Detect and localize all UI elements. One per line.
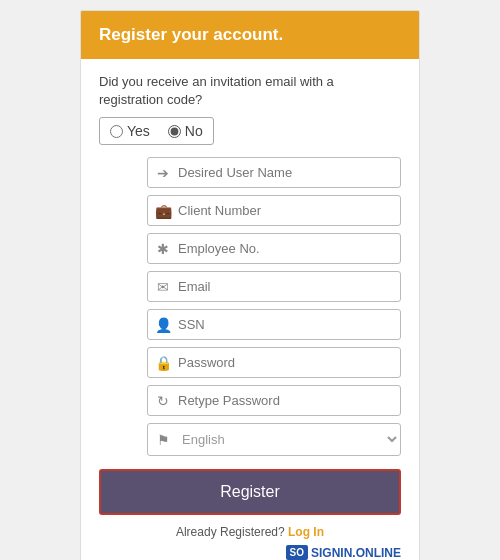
password-row-wrapper: 🔒 <box>99 347 401 378</box>
employeeno-input[interactable] <box>147 233 401 264</box>
login-link[interactable]: Log In <box>288 525 324 539</box>
clientnumber-arrow <box>80 195 89 217</box>
retype-password-field-row: ↻ <box>147 385 401 416</box>
footer-text: Already Registered? Log In <box>99 525 401 539</box>
no-radio-label[interactable]: No <box>168 123 203 139</box>
username-arrow <box>80 157 89 179</box>
password-input[interactable] <box>147 347 401 378</box>
retype-password-input[interactable] <box>147 385 401 416</box>
invite-radio-group: Yes No <box>99 117 214 145</box>
username-input[interactable] <box>147 157 401 188</box>
no-radio[interactable] <box>168 125 181 138</box>
email-field-row: ✉ <box>147 271 401 302</box>
clientnumber-row-wrapper: 💼 <box>99 195 401 226</box>
register-button[interactable]: Register <box>99 469 401 515</box>
employeeno-row-wrapper: ✱ <box>99 233 401 264</box>
username-row-wrapper: ➔ <box>99 157 401 188</box>
clientnumber-input[interactable] <box>147 195 401 226</box>
employeeno-arrow <box>80 233 89 255</box>
retype-password-arrow <box>80 385 89 407</box>
card-title: Register your account. <box>99 25 283 44</box>
yes-label: Yes <box>127 123 150 139</box>
card-body: Did you receive an invitation email with… <box>81 59 419 560</box>
brand-name: SIGNIN.ONLINE <box>311 546 401 560</box>
email-row-wrapper: ✉ <box>99 271 401 302</box>
username-field-row: ➔ <box>147 157 401 188</box>
retype-password-row-wrapper: ↻ <box>99 385 401 416</box>
yes-radio[interactable] <box>110 125 123 138</box>
language-arrow <box>80 423 89 445</box>
yes-radio-label[interactable]: Yes <box>110 123 150 139</box>
language-row-wrapper: ⚑ English Spanish French German <box>99 423 401 456</box>
employeeno-field-row: ✱ <box>147 233 401 264</box>
footer-brand: SO SIGNIN.ONLINE <box>99 545 401 560</box>
ssn-input[interactable] <box>147 309 401 340</box>
ssn-arrow <box>80 309 89 331</box>
clientnumber-field-row: 💼 <box>147 195 401 226</box>
language-field-row: ⚑ English Spanish French German <box>147 423 401 456</box>
email-arrow <box>80 271 89 293</box>
language-select[interactable]: English Spanish French German <box>147 423 401 456</box>
register-card: Register your account. Did you receive a… <box>80 10 420 560</box>
ssn-row-wrapper: 👤 <box>99 309 401 340</box>
ssn-field-row: 👤 <box>147 309 401 340</box>
password-field-row: 🔒 <box>147 347 401 378</box>
email-input[interactable] <box>147 271 401 302</box>
password-arrow <box>80 347 89 369</box>
no-label: No <box>185 123 203 139</box>
card-header: Register your account. <box>81 11 419 59</box>
brand-box: SO <box>286 545 308 560</box>
already-registered-text: Already Registered? <box>176 525 285 539</box>
invite-question: Did you receive an invitation email with… <box>99 73 401 109</box>
